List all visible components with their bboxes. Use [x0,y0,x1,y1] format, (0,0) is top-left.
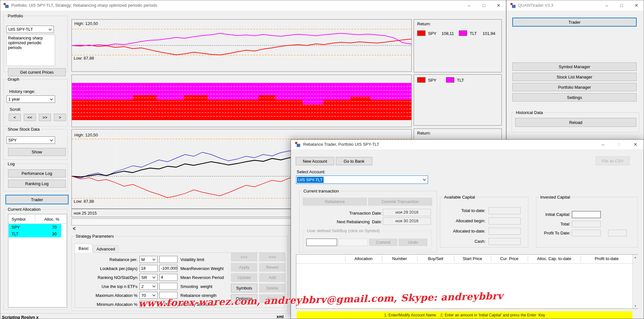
portfolio-combo[interactable]: UIS SPY-TLT [6,26,54,33]
portfolio-manager-button[interactable]: Portfolio Manager [512,83,637,91]
col-profit-to-date[interactable]: Profit to-date [581,256,633,261]
close-icon[interactable]: ✕ [629,0,644,10]
meanreversion-weight-input[interactable]: -100,000 [159,265,178,272]
minimize-icon[interactable]: – [595,140,611,149]
quant-window-title: QUANTtrader V3.3 [518,3,553,8]
symbol-manager-button[interactable]: Symbol Manager [512,62,637,71]
maximize-icon[interactable]: □ [611,140,627,149]
minimize-icon[interactable]: – [462,0,476,10]
next-rebalancing-date-field[interactable]: ноя 30 2016 [383,217,431,225]
symbol-input[interactable] [306,239,337,246]
scroll-down-icon[interactable]: ▼ [633,303,638,308]
scroll-fast-left-button[interactable]: << [24,114,36,121]
allocation-chart [71,75,412,127]
stock-list-manager-button[interactable]: Stock List Manager [512,73,637,81]
new-account-button[interactable]: New Account [296,157,334,165]
rebalance-button[interactable]: Rebalance [303,198,367,206]
symbols-button[interactable]: Symbols [231,284,257,292]
undo-button[interactable]: Undo [399,239,427,246]
total-field[interactable] [572,221,601,227]
history-range-combo[interactable]: 1 year [6,95,55,103]
account-combo[interactable]: UIS SPY-TLT [296,176,428,184]
go-to-bank-button[interactable]: Go to Bank [336,157,372,165]
trader-button[interactable]: Trader [5,195,69,204]
col-cur-price[interactable]: Cur. Price [491,256,528,261]
total-to-date-field[interactable] [489,207,521,214]
table-scrollbar[interactable]: ▲ ▼ [632,255,638,308]
minimize-icon[interactable]: – [599,0,614,10]
allocation-table: Symbol Alloc. % SPY 70 TLT 30 [8,214,67,307]
profit-percent-field[interactable] [608,230,627,236]
allocated-begin-label: Allocated begin: [443,218,485,223]
collapse-panel-chevron[interactable]: < [73,226,76,232]
table-row[interactable]: TLT 30 [9,231,61,237]
rebalance-per-combo[interactable]: M [139,256,158,263]
return-label: Return: [417,131,431,135]
lookback-input[interactable]: 18 [139,265,158,272]
param-label: Ranking NO/Stat/Dyn [75,275,137,280]
chevron-down-icon [49,27,52,30]
reload-button[interactable]: Reload [515,118,636,127]
update-button[interactable]: Update [231,273,257,282]
scroll-up-icon[interactable]: ▲ [633,255,638,260]
dialog-titlebar: Rebalance Trader, Portfolio UIS SPY-TLT … [291,140,644,149]
revert-button[interactable]: Revert [259,263,285,272]
ranking-log-button[interactable]: Ranking Log [8,180,66,188]
smoothing-weight-input[interactable] [159,283,178,290]
show-button[interactable]: Show [8,148,66,156]
tab-advanced[interactable]: Advanced [93,245,119,253]
file-as-csv-button[interactable]: File as CSV [596,156,630,165]
allocation-col-symbol[interactable]: Symbol [12,217,25,222]
cash-field[interactable] [489,238,521,245]
col-number[interactable]: Number [382,256,417,261]
stock-symbol-combo[interactable]: SPY [6,136,55,144]
amount-input[interactable] [338,239,368,246]
mean-reversion-period-input[interactable]: 4 [159,274,178,281]
close-icon[interactable]: ✕ [627,140,644,149]
step-forward-button[interactable]: >>> [259,253,285,261]
commit-button[interactable]: Commit [369,239,397,246]
transaction-date-field[interactable]: ноя 29 2016 [383,209,431,216]
col-buy-sell[interactable]: Buy/Sell [417,256,454,261]
chart-low-label: Low: 87,88 [74,56,94,61]
available-capital-group: Available Capital Total to-date: Allocat… [440,197,528,248]
allocated-begin-field[interactable] [489,217,521,225]
commit-transaction-button[interactable]: Commit Transaction [368,198,432,206]
portfolio-combo-value: UIS SPY-TLT [8,27,33,32]
scroll-fast-right-button[interactable]: >> [39,114,51,121]
col-start-price[interactable]: Start Price [454,256,491,261]
ranking-combo[interactable]: SR [139,274,158,281]
table-row[interactable]: SPY 70 [9,224,61,231]
allocated-to-date-field[interactable] [489,228,521,235]
tab-basic[interactable]: Basic [75,244,93,253]
allocation-col-alloc[interactable]: Alloc. % [44,217,59,222]
volatility-limit-input[interactable] [159,256,178,263]
add-button[interactable]: Add [259,273,285,282]
total-label: Total: [539,222,570,226]
col-allocation[interactable]: Allocation [345,256,382,261]
close-icon[interactable]: ✕ [491,0,506,10]
scroll-label: Scroll: [10,107,21,112]
portfolio-description[interactable]: Rebalancing sharp optimized periodic per… [6,35,55,66]
maximize-icon[interactable]: □ [614,0,629,10]
col-alloc-cap-to-date[interactable]: Alloc. Cap. to-date [528,256,581,261]
top-n-etfs-combo[interactable]: 2 [139,283,158,290]
performance-log-button[interactable]: Perfomance Log [8,169,66,177]
main-window-title: Portfolio: UIS SPY-TLT, Strategy; Rebala… [11,3,157,8]
scroll-right-button[interactable]: > [54,114,66,121]
strategy-parameters-label: Strategy Parameters [74,234,115,239]
legend-tlt: TLT [470,31,477,36]
delete-button[interactable]: Delete [259,284,285,292]
portfolio-group-label: Portfolio [6,13,24,18]
profit-to-date-field[interactable] [572,230,601,236]
chevron-down-icon [153,284,156,288]
apply-button[interactable]: Apply [231,263,257,272]
initial-capital-input[interactable] [572,211,601,218]
maximize-icon[interactable]: □ [476,0,491,10]
get-current-prices-button[interactable]: Get current Prices [8,68,66,76]
step-back-button[interactable]: <<< [231,253,257,261]
settings-button[interactable]: Settings [512,93,637,102]
quant-trader-button[interactable]: Trader [512,18,637,27]
scroll-left-button[interactable]: < [9,114,21,121]
dialog-title: Rebalance Trader, Portfolio UIS SPY-TLT [303,142,379,147]
